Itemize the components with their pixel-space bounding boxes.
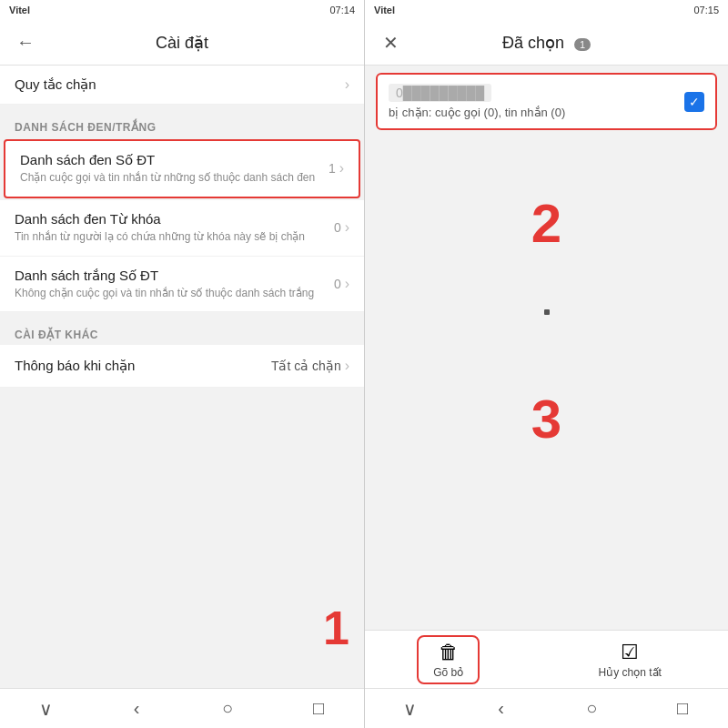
right-content-area: 0█████████ bị chặn: cuộc gọi (0), tin nh… <box>365 66 728 630</box>
left-header-title: Cài đặt <box>40 33 324 53</box>
left-nav-down[interactable]: ∨ <box>23 698 68 720</box>
right-header-title: Đã chọn 1 <box>405 33 688 53</box>
delete-label: Gõ bỏ <box>433 666 463 679</box>
close-button[interactable]: ✕ <box>376 28 405 57</box>
section-black-white: DANH SÁCH ĐEN/TRẮNG <box>0 112 364 137</box>
notification-arrow: › <box>345 358 349 374</box>
step-2-label: 2 <box>365 137 728 291</box>
cancel-select-label: Hủy chọn tất <box>598 666 661 679</box>
black-keyword-item[interactable]: Danh sách đen Từ khóa Tin nhắn từ người … <box>0 200 364 257</box>
left-status-bar: Vitel 07:14 <box>0 0 364 20</box>
quy-tac-chan-label: Quy tắc chặn <box>15 76 345 93</box>
white-phone-item[interactable]: Danh sách trắng Số ĐT Không chặn cuộc gọ… <box>0 257 364 313</box>
cancel-select-button[interactable]: ☑ Hủy chọn tất <box>583 635 675 684</box>
black-phone-arrow: › <box>339 160 344 177</box>
left-carrier: Vitel <box>9 5 30 15</box>
white-phone-arrow: › <box>345 276 349 292</box>
black-keyword-arrow: › <box>345 219 349 236</box>
black-phone-subtitle: Chặn cuộc gọi và tin nhắn từ những số th… <box>20 170 329 186</box>
right-nav-back[interactable]: ‹ <box>479 698 524 719</box>
white-phone-count: 0 <box>334 277 341 291</box>
black-keyword-title: Danh sách đen Từ khóa <box>15 211 334 228</box>
notification-label: Thông báo khi chặn <box>15 358 271 374</box>
step-3-label: 3 <box>365 333 728 505</box>
right-status-bar: Vitel 07:15 <box>365 0 728 20</box>
black-keyword-subtitle: Tin nhắn từ người lạ có chứa những từ kh… <box>15 229 334 245</box>
right-nav-home[interactable]: ○ <box>569 698 614 719</box>
left-nav-back[interactable]: ‹ <box>114 698 159 719</box>
black-keyword-count: 0 <box>334 220 341 235</box>
right-nav-recent[interactable]: □ <box>660 698 705 719</box>
check-all-icon: ☑ <box>621 641 639 664</box>
small-dot <box>544 309 550 315</box>
right-time: 07:15 <box>693 5 719 15</box>
black-phone-title: Danh sách đen Số ĐT <box>20 152 329 168</box>
black-phone-item[interactable]: Danh sách đen Số ĐT Chặn cuộc gọi và tin… <box>4 139 360 198</box>
left-nav-bar: ∨ ‹ ○ □ <box>0 688 364 728</box>
bottom-action-bar: 🗑 Gõ bỏ ☑ Hủy chọn tất <box>365 630 728 688</box>
selected-count-badge: 1 <box>574 38 591 51</box>
right-nav-bar: ∨ ‹ ○ □ <box>365 688 728 728</box>
right-status-icons: 07:15 <box>693 5 719 15</box>
left-nav-recent[interactable]: □ <box>296 698 341 719</box>
white-phone-title: Danh sách trắng Số ĐT <box>15 268 334 284</box>
contact-item-box[interactable]: 0█████████ bị chặn: cuộc gọi (0), tin nh… <box>376 73 717 130</box>
right-nav-down[interactable]: ∨ <box>388 698 433 720</box>
notification-item[interactable]: Thông báo khi chặn Tất cả chặn › <box>0 345 364 388</box>
contact-block-info: bị chặn: cuộc gọi (0), tin nhắn (0) <box>389 106 565 119</box>
quy-tac-arrow: › <box>345 76 349 93</box>
quy-tac-chan-item[interactable]: Quy tắc chặn › <box>0 66 364 105</box>
trash-icon: 🗑 <box>439 641 459 664</box>
left-phone-screen: Vitel 07:14 ← Cài đặt Quy tắc chặn › DAN… <box>0 0 364 728</box>
black-phone-count: 1 <box>329 161 336 176</box>
right-title-text: Đã chọn <box>502 34 564 52</box>
left-nav-home[interactable]: ○ <box>205 698 250 719</box>
left-app-header: ← Cài đặt <box>0 20 364 66</box>
step-1-label: 1 <box>323 601 349 655</box>
left-status-icons: 07:14 <box>329 5 355 15</box>
notification-value: Tất cả chặn <box>271 359 341 373</box>
left-time: 07:14 <box>329 5 355 15</box>
right-carrier: Vitel <box>374 5 395 15</box>
contact-number: 0█████████ <box>389 84 491 102</box>
contact-info: 0█████████ bị chặn: cuộc gọi (0), tin nh… <box>389 84 565 119</box>
delete-button[interactable]: 🗑 Gõ bỏ <box>417 635 480 684</box>
white-phone-subtitle: Không chặn cuộc gọi và tin nhắn từ số th… <box>15 286 334 301</box>
section-other-settings: CÀI ĐẶT KHÁC <box>0 319 364 345</box>
contact-checkbox[interactable]: ✓ <box>684 92 704 112</box>
left-content-area: Quy tắc chặn › DANH SÁCH ĐEN/TRẮNG Danh … <box>0 66 364 688</box>
back-button[interactable]: ← <box>11 28 40 57</box>
right-app-header: ✕ Đã chọn 1 <box>365 20 728 66</box>
right-phone-screen: Vitel 07:15 ✕ Đã chọn 1 0█████████ bị ch… <box>364 0 728 728</box>
